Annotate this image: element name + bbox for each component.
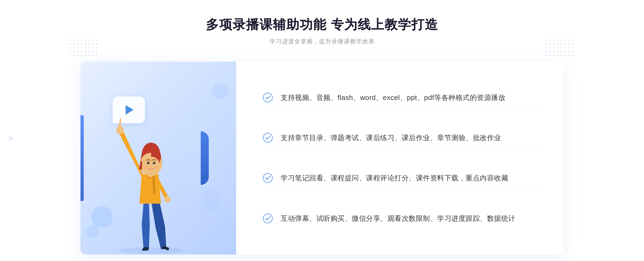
svg-point-8 (153, 162, 154, 163)
panel-accent-bar (201, 131, 209, 185)
circle-deco-2 (86, 225, 99, 238)
illustration-area (80, 62, 236, 255)
svg-point-14 (263, 214, 272, 223)
feature-item-2: 支持章节目录、弹题考试、课后练习、课后作业、章节测验、批改作业 (263, 125, 542, 151)
feature-item-1: 支持视频、音频、flash、word、excel、ppt、pdf等各种格式的资源… (263, 85, 542, 111)
svg-point-9 (143, 166, 148, 169)
stripe-deco (201, 188, 220, 212)
feature-text-3: 学习笔记回看、课程提问、课程评论打分、课件资料下载，重点内容收藏 (281, 173, 508, 184)
check-icon-3 (263, 173, 273, 183)
feature-text-1: 支持视频、音频、flash、word、excel、ppt、pdf等各种格式的资源… (281, 92, 505, 103)
page-wrapper: » 多项录播课辅助功能 专为线上教学打造 学习进度全掌握，提升录播课教学效果 (0, 0, 644, 261)
svg-point-11 (263, 93, 272, 102)
check-icon-4 (263, 214, 273, 223)
feature-item-4: 互动弹幕、试听购买、微信分享、观看次数限制、学习进度跟踪、数据统计 (263, 206, 542, 232)
page-title: 多项录播课辅助功能 专为线上教学打造 (206, 16, 438, 33)
feature-item-3: 学习笔记回看、课程提问、课程评论打分、课件资料下载，重点内容收藏 (263, 165, 542, 192)
svg-point-1 (116, 126, 124, 134)
page-subtitle: 学习进度全掌握，提升录播课教学效果 (206, 38, 438, 46)
svg-point-13 (263, 173, 272, 182)
chevron-icon: » (8, 132, 13, 144)
feature-text-4: 互动弹幕、试听购买、微信分享、观看次数限制、学习进度跟踪、数据统计 (281, 213, 515, 224)
svg-point-12 (263, 133, 272, 142)
side-chevrons-decor: » (8, 132, 13, 144)
check-icon-2 (263, 133, 273, 143)
svg-point-10 (154, 166, 159, 169)
circle-deco-3 (212, 83, 228, 99)
check-icon-1 (263, 93, 273, 102)
feature-text-2: 支持章节目录、弹题考试、课后练习、课后作业、章节测验、批改作业 (281, 132, 501, 144)
content-card: 支持视频、音频、flash、word、excel、ppt、pdf等各种格式的资源… (80, 62, 564, 255)
svg-point-5 (147, 162, 149, 164)
svg-point-2 (164, 196, 171, 203)
header-section: 多项录播课辅助功能 专为线上教学打造 学习进度全掌握，提升录播课教学效果 (206, 16, 438, 46)
character-illustration (102, 99, 199, 255)
left-accent-bar (80, 115, 84, 201)
svg-point-0 (118, 247, 182, 254)
svg-point-7 (147, 162, 148, 163)
svg-point-6 (153, 162, 155, 164)
features-area: 支持视频、音频、flash、word、excel、ppt、pdf等各种格式的资源… (236, 62, 564, 255)
